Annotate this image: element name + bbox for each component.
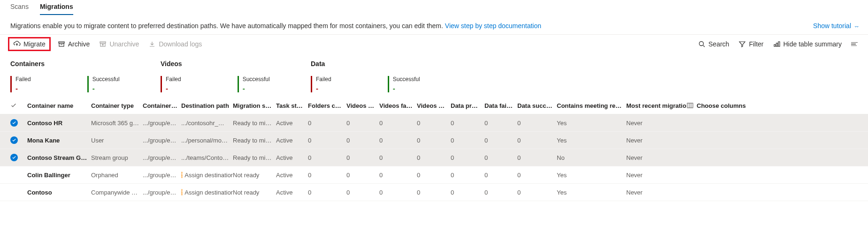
search-label: Search	[708, 40, 729, 48]
data-prev: 0	[451, 172, 484, 179]
videos-prev: 0	[346, 189, 379, 196]
col-task-status[interactable]: Task status	[276, 102, 308, 109]
data-failed: 0	[484, 154, 517, 161]
migration-status: Ready to migrate	[233, 154, 276, 161]
more-options-icon[interactable]	[851, 42, 858, 46]
migrate-button[interactable]: Migrate	[10, 39, 48, 49]
meeting-recording: Yes	[557, 189, 626, 196]
stat-label: Failed	[316, 76, 331, 83]
hide-summary-button[interactable]: Hide table summary	[773, 40, 842, 48]
svg-rect-6	[776, 43, 777, 46]
data-successful: 0	[517, 172, 557, 179]
folders-created: 0	[308, 137, 346, 144]
container-path: .../group/ed53...	[143, 172, 181, 179]
unarchive-button: Unarchive	[99, 40, 139, 48]
col-container-path[interactable]: Container path	[143, 102, 181, 109]
stat-value: -	[166, 84, 181, 92]
archive-icon	[58, 40, 65, 48]
videos-succ: 0	[417, 172, 451, 179]
container-path: .../group/ed53...	[143, 189, 181, 196]
row-selected-icon[interactable]	[10, 136, 18, 144]
hide-summary-label: Hide table summary	[784, 40, 842, 48]
task-status: Active	[276, 172, 308, 179]
select-all-header[interactable]	[10, 102, 27, 109]
videos-failed: 0	[379, 154, 417, 161]
row-selected-icon[interactable]	[10, 119, 18, 127]
col-videos-prev[interactable]: Videos prev...	[346, 102, 379, 109]
container-name: Colin Ballinger	[27, 172, 91, 179]
col-most-recent[interactable]: Most recent migration ↓	[626, 102, 686, 109]
task-status: Active	[276, 154, 308, 161]
table-row[interactable]: Mona KaneUser.../group/ed53....../person…	[0, 132, 868, 149]
show-tutorial-button[interactable]: Show tutorial ⌄⌄	[813, 22, 858, 30]
container-name: Contoso HR	[27, 120, 91, 127]
container-type: Microsoft 365 group	[91, 120, 143, 127]
stat-label: Successful	[92, 76, 120, 83]
table-row[interactable]: Contoso HRMicrosoft 365 group.../group/e…	[0, 114, 868, 132]
tab-bar: Scans Migrations	[0, 0, 868, 15]
documentation-link[interactable]: View step by step documentation	[445, 22, 541, 30]
col-migration-status[interactable]: Migration status	[233, 102, 276, 109]
most-recent: Never	[626, 137, 686, 144]
data-prev: 0	[451, 189, 484, 196]
tab-migrations[interactable]: Migrations	[40, 0, 73, 15]
task-status: Active	[276, 137, 308, 144]
meeting-recording: Yes	[557, 137, 626, 144]
col-container-type[interactable]: Container type	[91, 102, 143, 109]
summary-title: Videos	[161, 60, 311, 68]
videos-prev: 0	[346, 137, 379, 144]
summary-stats: Failed-Successful-	[161, 76, 311, 92]
most-recent: Never	[626, 154, 686, 161]
summary-title: Data	[311, 60, 461, 68]
archive-button[interactable]: Archive	[58, 40, 90, 48]
col-data-failed[interactable]: Data failed	[484, 102, 517, 109]
tab-scans[interactable]: Scans	[10, 0, 29, 15]
choose-columns-button[interactable]: Choose columns	[686, 102, 858, 109]
container-type: Stream group	[91, 154, 143, 161]
col-videos-succ[interactable]: Videos succ...	[417, 102, 451, 109]
assign-destination-link[interactable]: !Assign destination	[181, 189, 229, 196]
table-row[interactable]: Colin BallingerOrphaned.../group/ed53...…	[0, 166, 868, 184]
videos-succ: 0	[417, 120, 451, 127]
search-button[interactable]: Search	[698, 40, 729, 48]
summary-stats: Failed-Successful-	[311, 76, 461, 92]
container-type: Orphaned	[91, 172, 143, 179]
videos-succ: 0	[417, 137, 451, 144]
col-destination-path[interactable]: Destination path	[181, 102, 233, 109]
col-container-name[interactable]: Container name	[27, 102, 91, 109]
show-tutorial-label: Show tutorial	[813, 22, 851, 30]
stat-value: -	[243, 84, 270, 92]
assign-destination-link[interactable]: !Assign destination	[181, 172, 229, 179]
summary-group: VideosFailed-Successful-	[161, 60, 311, 92]
summary-title: Containers	[10, 60, 161, 68]
warning-icon: !	[181, 172, 183, 178]
description-row: Migrations enable you to migrate content…	[0, 15, 868, 35]
stat-successful: Successful-	[87, 76, 120, 92]
stat-successful: Successful-	[238, 76, 270, 92]
table-row[interactable]: Contoso Stream GroupStream group.../grou…	[0, 149, 868, 166]
col-data-successful[interactable]: Data successful	[517, 102, 557, 109]
stat-failed: Failed-	[161, 76, 181, 92]
folders-created: 0	[308, 189, 346, 196]
col-meeting-recording[interactable]: Contains meeting recording	[557, 102, 626, 109]
col-videos-failed[interactable]: Videos failed	[379, 102, 417, 109]
col-folders-created[interactable]: Folders created	[308, 102, 346, 109]
summary-group: ContainersFailed-Successful-	[10, 60, 161, 92]
container-name: Mona Kane	[27, 137, 91, 144]
videos-prev: 0	[346, 172, 379, 179]
row-selected-icon[interactable]	[10, 154, 18, 161]
download-label: Download logs	[159, 40, 202, 48]
container-name: Contoso	[27, 189, 91, 196]
col-data-prev[interactable]: Data previo...	[451, 102, 484, 109]
table-header: Container name Container type Container …	[0, 97, 868, 114]
svg-point-4	[699, 42, 704, 46]
filter-button[interactable]: Filter	[738, 40, 763, 48]
table-row[interactable]: ContosoCompanywide channel.../group/ed53…	[0, 184, 868, 201]
folders-created: 0	[308, 154, 346, 161]
data-failed: 0	[484, 172, 517, 179]
summary-icon	[773, 40, 781, 48]
task-status: Active	[276, 120, 308, 127]
data-successful: 0	[517, 154, 557, 161]
choose-columns-label: Choose columns	[697, 102, 746, 109]
description-text: Migrations enable you to migrate content…	[10, 22, 541, 30]
